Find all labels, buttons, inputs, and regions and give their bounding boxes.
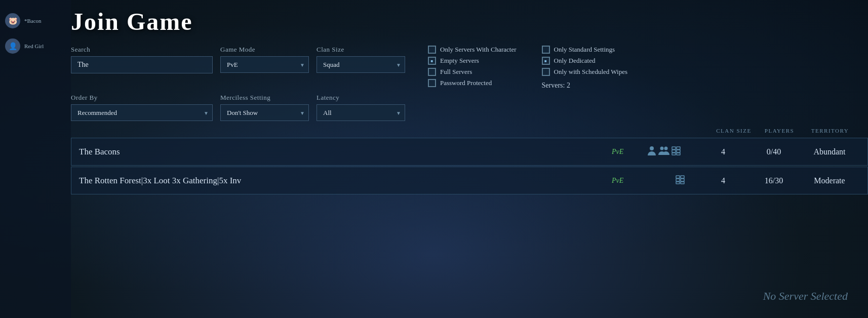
table-row[interactable]: The Bacons PvE: [71, 138, 868, 166]
svg-rect-5: [672, 150, 676, 152]
checkbox-password-protected: [428, 79, 436, 87]
svg-rect-10: [681, 176, 684, 178]
order-by-label: Order By: [71, 94, 213, 102]
svg-rect-7: [672, 153, 676, 155]
checkbox-only-scheduled-wipes: [542, 68, 550, 76]
server-list: The Bacons PvE: [71, 138, 868, 194]
avatar-bacon: 🐷: [5, 13, 20, 28]
order-by-wrapper: Recommended Players Name Territory: [71, 104, 213, 121]
clan-size-val-1: 4: [698, 176, 748, 185]
order-by-group: Order By Recommended Players Name Territ…: [71, 94, 213, 121]
svg-rect-9: [676, 176, 680, 178]
username-bacon: *Bacon: [24, 18, 42, 24]
filter-only-dedicated[interactable]: Only Dedicated: [542, 57, 627, 65]
controls-row: Search Game Mode PvE PvP Any Clan Size: [71, 46, 868, 90]
game-mode-1: PvE: [612, 177, 642, 185]
svg-rect-14: [681, 182, 684, 184]
filter-label-only-scheduled-wipes: Only with Scheduled Wipes: [554, 68, 627, 76]
group-icon: [658, 146, 669, 158]
svg-rect-11: [676, 179, 680, 181]
checkbox-only-with-char: [428, 46, 436, 54]
grid-icon: [672, 146, 681, 157]
filter-only-standard[interactable]: Only Standard Settings: [542, 46, 627, 54]
all-filters: Only Servers With Character Empty Server…: [428, 46, 627, 90]
checkbox-only-standard: [542, 46, 550, 54]
sidebar: 🐷 *Bacon 👤 Red Girl: [0, 0, 71, 318]
filter-label-only-standard: Only Standard Settings: [554, 46, 615, 54]
filter-label-empty-servers: Empty Servers: [440, 57, 479, 65]
search-label: Search: [71, 46, 213, 54]
game-mode-select[interactable]: PvE PvP Any: [220, 56, 309, 73]
sidebar-user-bacon[interactable]: 🐷 *Bacon: [0, 10, 71, 31]
latency-group: Latency All Low Medium High: [317, 94, 405, 121]
table-row[interactable]: The Rotten Forest|3x Loot 3x Gathering|5…: [71, 167, 868, 194]
merciless-group: Merciless Setting Don't Show Show Only: [220, 94, 309, 121]
filter-label-only-with-char: Only Servers With Character: [440, 46, 517, 54]
clan-size-wrapper: Squad Solo Duo Trio Any: [317, 56, 405, 73]
avatar-redgirl: 👤: [5, 38, 20, 54]
search-group: Search: [71, 46, 213, 73]
latency-select[interactable]: All Low Medium High: [317, 104, 405, 121]
game-mode-group: Game Mode PvE PvP Any: [220, 46, 309, 73]
server-icons-0: [647, 146, 693, 158]
server-icons-1: [647, 175, 693, 186]
order-controls: Order By Recommended Players Name Territ…: [71, 94, 868, 121]
search-input[interactable]: [71, 56, 213, 73]
svg-rect-8: [677, 153, 680, 155]
filter-label-only-dedicated: Only Dedicated: [554, 57, 596, 65]
grid-icon-2: [676, 175, 685, 186]
game-mode-wrapper: PvE PvP Any: [220, 56, 309, 73]
username-redgirl: Red Girl: [24, 43, 44, 49]
latency-wrapper: All Low Medium High: [317, 104, 405, 121]
game-mode-0: PvE: [612, 148, 642, 156]
server-name-1: The Rotten Forest|3x Loot 3x Gathering|5…: [79, 176, 607, 186]
merciless-select[interactable]: Don't Show Show Only: [220, 104, 309, 121]
checkbox-full-servers: [428, 68, 436, 76]
players-val-0: 0/40: [754, 147, 794, 156]
col-header-players: PLAYERS: [759, 128, 800, 134]
svg-rect-4: [677, 147, 680, 149]
latency-label: Latency: [317, 94, 405, 102]
table-header-row: CLAN SIZE PLAYERS TERRITORY: [71, 126, 868, 135]
game-mode-label: Game Mode: [220, 46, 309, 54]
territory-val-0: Abundant: [799, 147, 860, 156]
territory-val-1: Moderate: [799, 176, 860, 185]
svg-point-0: [650, 146, 654, 150]
server-name-0: The Bacons: [79, 147, 607, 157]
col-header-clan-size: CLAN SIZE: [708, 128, 759, 134]
svg-rect-13: [676, 182, 680, 184]
filter-password-protected[interactable]: Password Protected: [428, 79, 517, 87]
svg-point-2: [664, 146, 668, 150]
filter-column-left: Only Servers With Character Empty Server…: [428, 46, 517, 90]
merciless-wrapper: Don't Show Show Only: [220, 104, 309, 121]
filter-only-scheduled-wipes[interactable]: Only with Scheduled Wipes: [542, 68, 627, 76]
svg-rect-3: [672, 147, 676, 149]
merciless-label: Merciless Setting: [220, 94, 309, 102]
filter-full-servers[interactable]: Full Servers: [428, 68, 517, 76]
svg-rect-6: [677, 150, 680, 152]
order-by-select[interactable]: Recommended Players Name Territory: [71, 104, 213, 121]
clan-size-group: Clan Size Squad Solo Duo Trio Any: [317, 46, 405, 73]
checkbox-empty-servers: [428, 57, 436, 65]
main-content: Join Game Search Game Mode PvE PvP Any: [0, 0, 868, 318]
clan-size-label: Clan Size: [317, 46, 405, 54]
checkbox-only-dedicated: [542, 57, 550, 65]
filter-only-with-char[interactable]: Only Servers With Character: [428, 46, 517, 54]
svg-rect-12: [681, 179, 684, 181]
page-title: Join Game: [71, 8, 868, 35]
clan-size-val-0: 4: [698, 147, 748, 156]
players-val-1: 16/30: [754, 176, 794, 185]
filter-label-full-servers: Full Servers: [440, 68, 472, 76]
filter-label-password-protected: Password Protected: [440, 79, 492, 87]
sidebar-user-redgirl[interactable]: 👤 Red Girl: [0, 35, 71, 57]
clan-size-select[interactable]: Squad Solo Duo Trio Any: [317, 56, 405, 73]
filter-column-right: Only Standard Settings Only Dedicated On…: [542, 46, 627, 90]
person-icon: [647, 146, 656, 158]
svg-point-1: [660, 146, 664, 150]
left-controls: Search Game Mode PvE PvP Any Clan Size: [71, 46, 405, 73]
servers-count: Servers: 2: [542, 82, 627, 90]
col-header-territory: TERRITORY: [800, 128, 860, 134]
filter-empty-servers[interactable]: Empty Servers: [428, 57, 517, 65]
